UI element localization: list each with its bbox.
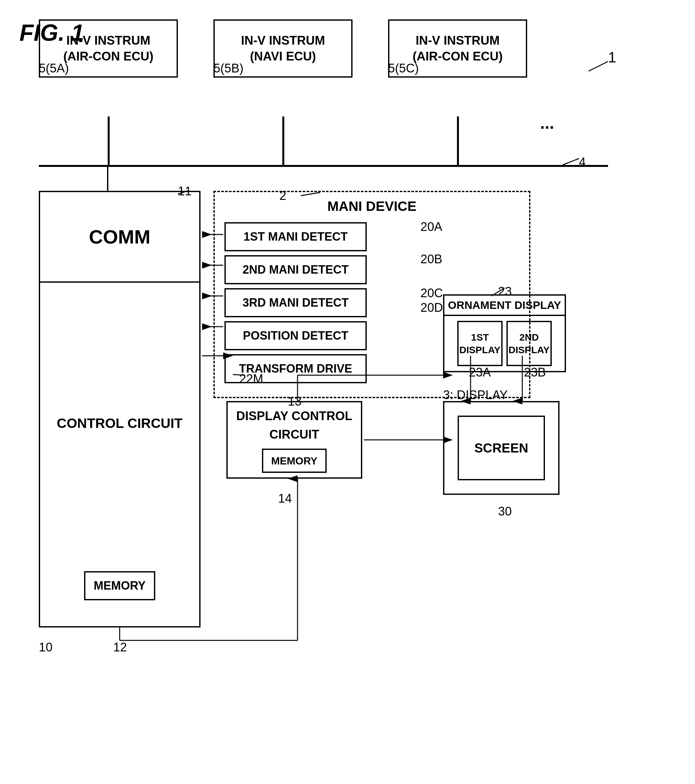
vert-b <box>282 117 284 165</box>
ref-10: 10 <box>39 641 53 654</box>
instrum-box-a: IN-V INSTRUM (AIR-CON ECU) <box>39 20 178 77</box>
ref-23a: 23A <box>469 366 491 379</box>
comm-section: COMM <box>40 192 199 283</box>
ref-30: 30 <box>498 504 512 519</box>
ref-12: 12 <box>113 641 127 654</box>
ref-20a: 20A <box>420 220 442 234</box>
ref-3-display: 3: DISPLAY <box>443 388 508 402</box>
mani-device-title: MANI DEVICE <box>224 199 519 214</box>
comm-label: COMM <box>89 226 150 248</box>
display-1st-box: 1STDISPLAY <box>457 321 502 366</box>
control-circuit-label: CONTROL CIRCUIT <box>57 416 183 431</box>
detect-position: POSITION DETECT <box>224 321 367 350</box>
instrum-a-line2: (AIR-CON ECU) <box>63 48 154 64</box>
ref-20b: 20B <box>420 252 442 266</box>
ref-20c: 20C <box>420 286 443 300</box>
instrum-box-c: IN-V INSTRUM (AIR-CON ECU) <box>388 20 527 77</box>
ref-23: 23 <box>498 285 512 298</box>
detect-3rd: 3RD MANI DETECT <box>224 288 367 317</box>
instrum-b-line1: IN-V INSTRUM <box>241 33 325 48</box>
detect-2nd: 2ND MANI DETECT <box>224 255 367 284</box>
instrum-c-line1: IN-V INSTRUM <box>415 33 500 48</box>
detect-1st: 1ST MANI DETECT <box>224 222 367 251</box>
ref-1: 1 <box>608 48 616 66</box>
memory-left-label: MEMORY <box>94 579 146 593</box>
control-circuit-section: CONTROL CIRCUIT <box>40 283 199 564</box>
vert-c <box>457 117 459 165</box>
instrum-c-line2: (AIR-CON ECU) <box>413 48 503 64</box>
instrum-b-line2: (NAVI ECU) <box>250 48 316 64</box>
ornament-display-box: ORNAMENT DISPLAY 1STDISPLAY 2NDDISPLAY <box>443 294 566 372</box>
display-2nd-box: 2NDDISPLAY <box>506 321 552 366</box>
memory-left-box: MEMORY <box>84 571 155 600</box>
vert-a <box>108 117 110 165</box>
display-control-label: DISPLAY CONTROLCIRCUIT <box>236 407 352 444</box>
ref-22m: 22M <box>239 372 263 386</box>
screen-outer-box: SCREEN <box>443 401 560 495</box>
ellipsis: ... <box>540 113 554 133</box>
ref-20d: 20D <box>420 301 443 315</box>
screen-label: SCREEN <box>474 441 529 455</box>
display-control-box: DISPLAY CONTROLCIRCUIT MEMORY <box>226 401 362 479</box>
screen-inner-box: SCREEN <box>458 416 545 480</box>
ref-4: 4 <box>579 155 586 169</box>
memory-right-box: MEMORY <box>262 449 327 473</box>
ref-2: 2 <box>280 189 286 203</box>
ornament-inner: 1STDISPLAY 2NDDISPLAY <box>445 316 565 371</box>
ref-23b: 23B <box>524 366 546 379</box>
ref-14: 14 <box>278 492 292 506</box>
bus-line-h <box>39 165 608 167</box>
instrum-a-line1: IN-V INSTRUM <box>66 33 150 48</box>
memory-right-label: MEMORY <box>271 453 318 469</box>
ornament-title: ORNAMENT DISPLAY <box>445 296 565 316</box>
unit-10-box: COMM CONTROL CIRCUIT MEMORY <box>39 191 201 628</box>
instrum-box-b: IN-V INSTRUM (NAVI ECU) <box>214 20 352 77</box>
